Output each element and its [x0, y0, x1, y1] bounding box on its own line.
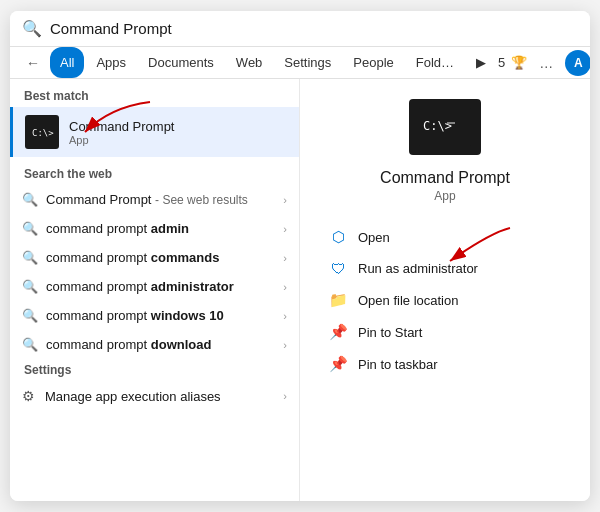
web-result-text-3: command prompt commands [46, 250, 275, 265]
action-pin-start[interactable]: 📌 Pin to Start [320, 316, 570, 348]
search-result-icon-4: 🔍 [22, 279, 38, 294]
web-result-3[interactable]: 🔍 command prompt commands › [10, 243, 299, 272]
back-button[interactable]: ← [18, 49, 48, 77]
search-result-icon-6: 🔍 [22, 337, 38, 352]
search-input[interactable] [50, 20, 578, 37]
nav-bar: ← All Apps Documents Web Settings People… [10, 47, 590, 79]
chevron-icon-1: › [283, 194, 287, 206]
tab-folders[interactable]: Fold… [406, 47, 464, 78]
action-pin-taskbar[interactable]: 📌 Pin to taskbar [320, 348, 570, 380]
web-result-text-5: command prompt windows 10 [46, 308, 275, 323]
search-web-label: Search the web [10, 157, 299, 185]
best-match-sub: App [69, 134, 287, 146]
settings-item-label: Manage app execution aliases [45, 389, 221, 404]
web-result-text-1: Command Prompt - See web results [46, 192, 275, 207]
settings-manage-aliases[interactable]: ⚙ Manage app execution aliases › [10, 381, 299, 411]
search-result-icon-1: 🔍 [22, 192, 38, 207]
action-open[interactable]: ⬡ Open [320, 221, 570, 253]
web-result-text-4: command prompt administrator [46, 279, 275, 294]
web-result-6[interactable]: 🔍 command prompt download › [10, 330, 299, 359]
tab-more-arrow[interactable]: ▶ [466, 47, 496, 78]
chevron-icon-2: › [283, 223, 287, 235]
settings-chevron-icon: › [283, 390, 287, 402]
tab-all[interactable]: All [50, 47, 84, 78]
search-result-icon-5: 🔍 [22, 308, 38, 323]
search-window: 🔍 ← All Apps Documents Web Settings Peop… [10, 11, 590, 501]
cmd-app-icon: C:\> [25, 115, 59, 149]
avatar-button[interactable]: A [565, 50, 590, 76]
result-count: 5 [498, 55, 505, 70]
action-run-admin[interactable]: 🛡 Run as administrator [320, 253, 570, 284]
nav-extras: 5 🏆 … A [498, 50, 590, 76]
action-pin-start-label: Pin to Start [358, 325, 422, 340]
right-panel: C:\> Command Prompt App ⬡ Open 🛡 Run as … [300, 79, 590, 501]
search-bar: 🔍 [10, 11, 590, 47]
pin-taskbar-icon: 📌 [328, 355, 348, 373]
web-result-2[interactable]: 🔍 command prompt admin › [10, 214, 299, 243]
tab-web[interactable]: Web [226, 47, 273, 78]
app-preview-sub: App [434, 189, 455, 203]
tab-people[interactable]: People [343, 47, 403, 78]
search-result-icon-3: 🔍 [22, 250, 38, 265]
best-match-label: Best match [10, 79, 299, 107]
chevron-icon-5: › [283, 310, 287, 322]
web-result-5[interactable]: 🔍 command prompt windows 10 › [10, 301, 299, 330]
action-run-admin-label: Run as administrator [358, 261, 478, 276]
chevron-icon-3: › [283, 252, 287, 264]
action-file-location[interactable]: 📁 Open file location [320, 284, 570, 316]
best-match-name: Command Prompt [69, 119, 287, 134]
web-result-text-2: command prompt admin [46, 221, 275, 236]
app-preview-icon: C:\> [409, 99, 481, 155]
svg-rect-5 [447, 122, 455, 124]
chevron-icon-6: › [283, 339, 287, 351]
trophy-icon: 🏆 [511, 55, 527, 70]
shield-icon: 🛡 [328, 260, 348, 277]
web-result-1[interactable]: 🔍 Command Prompt - See web results › [10, 185, 299, 214]
app-preview-name: Command Prompt [380, 169, 510, 187]
best-match-item[interactable]: C:\> Command Prompt App [10, 107, 299, 157]
tab-apps[interactable]: Apps [86, 47, 136, 78]
action-pin-taskbar-label: Pin to taskbar [358, 357, 438, 372]
folder-icon: 📁 [328, 291, 348, 309]
action-list: ⬡ Open 🛡 Run as administrator [320, 221, 570, 380]
action-file-location-label: Open file location [358, 293, 458, 308]
tab-settings[interactable]: Settings [274, 47, 341, 78]
chevron-icon-4: › [283, 281, 287, 293]
web-result-text-6: command prompt download [46, 337, 275, 352]
tab-documents[interactable]: Documents [138, 47, 224, 78]
settings-icon: ⚙ [22, 388, 35, 404]
svg-text:C:\>: C:\> [32, 128, 54, 138]
action-open-label: Open [358, 230, 390, 245]
main-content: Best match C:\> Command Prompt App [10, 79, 590, 501]
pin-start-icon: 📌 [328, 323, 348, 341]
overflow-button[interactable]: … [533, 51, 559, 75]
search-result-icon-2: 🔍 [22, 221, 38, 236]
open-icon: ⬡ [328, 228, 348, 246]
search-icon: 🔍 [22, 19, 42, 38]
settings-label: Settings [10, 359, 299, 381]
web-result-4[interactable]: 🔍 command prompt administrator › [10, 272, 299, 301]
left-panel: Best match C:\> Command Prompt App [10, 79, 300, 501]
svg-text:C:\>: C:\> [423, 119, 452, 133]
